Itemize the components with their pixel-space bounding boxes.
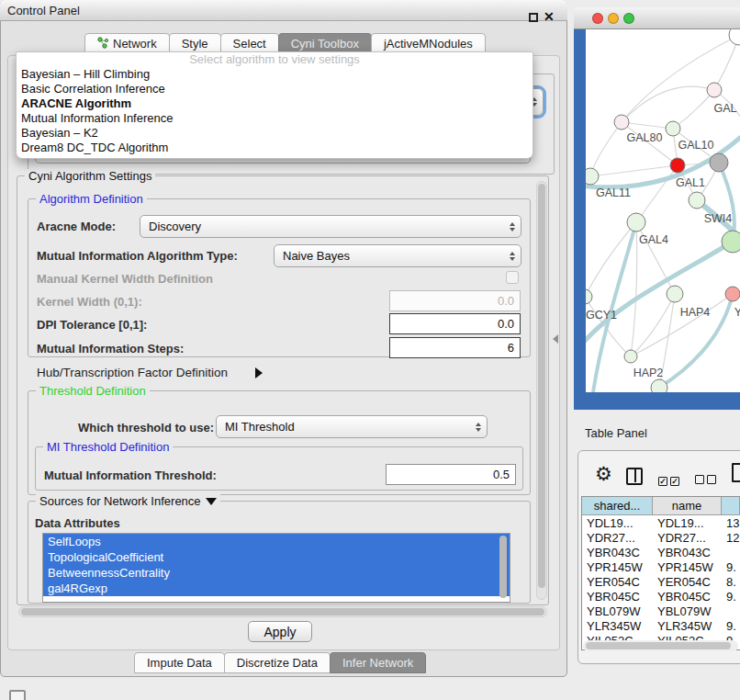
mi-threshold-label: Mutual Information Threshold:	[44, 469, 217, 482]
bottom-tab-bar: Impute DataDiscretize DataInfer Network	[134, 652, 425, 673]
aracne-mode-label: Aracne Mode:	[37, 220, 116, 233]
expand-arrow-icon[interactable]	[255, 366, 263, 382]
aracne-mode-combo[interactable]: Discovery	[140, 215, 521, 238]
data-attribute-item-topologicalcoefficient[interactable]: TopologicalCoefficient	[43, 549, 510, 565]
network-node-gcy1[interactable]	[586, 289, 592, 304]
sources-title-text: Sources for Network Inference	[39, 494, 201, 508]
apply-button-label: Apply	[263, 625, 296, 639]
network-node-swi4[interactable]	[689, 192, 705, 209]
network-node-gal4[interactable]	[627, 213, 645, 231]
node-label-gal10: GAL10	[678, 139, 714, 152]
which-threshold-value: MI Threshold	[225, 420, 295, 434]
mi-type-combo[interactable]: Naive Bayes	[274, 244, 521, 267]
settings-scrollbar-thumb[interactable]	[538, 184, 545, 588]
aracne-mode-value: Discovery	[149, 220, 201, 233]
data-attribute-item-selfloops[interactable]: SelfLoops	[43, 534, 510, 549]
table-body: YDL19...YDL19...13YDR27...YDR27...12YBR0…	[582, 515, 740, 648]
algorithm-option-aracne-algorithm[interactable]: ARACNE Algorithm	[17, 96, 533, 111]
mi-steps-field[interactable]: 6	[389, 337, 521, 358]
float-icon[interactable]	[529, 13, 538, 22]
collapsed-panel-button[interactable]	[9, 690, 26, 700]
table-row[interactable]: YBR045CYBR045C9.	[582, 589, 740, 604]
splitter-handle-icon[interactable]	[553, 334, 558, 344]
spinner-icon	[510, 222, 515, 231]
close-icon[interactable]: ✕	[544, 9, 555, 24]
network-node-unlabeled[interactable]	[729, 29, 740, 45]
network-node-hap4[interactable]	[667, 286, 683, 302]
network-node-gal1[interactable]	[670, 158, 685, 173]
algorithm-option-bayesian-k2[interactable]: Bayesian – K2	[17, 126, 533, 141]
data-attributes-list[interactable]: SelfLoopsTopologicalCoefficientBetweenne…	[42, 533, 510, 603]
table-row[interactable]: YBL079WYBL079W	[582, 604, 740, 618]
network-node-gal[interactable]	[707, 83, 722, 97]
algorithm-option-bayesian-hill-climbing[interactable]: Bayesian – Hill Climbing	[17, 67, 533, 82]
checked-boxes-icon[interactable]: ✓✓	[658, 471, 682, 488]
node-label-gcy1: GCY1	[586, 309, 617, 322]
bottom-tab-discretize-data[interactable]: Discretize Data	[224, 652, 331, 673]
table-cell: 9.	[722, 559, 740, 574]
column-header-name[interactable]: name	[653, 497, 722, 515]
bottom-tab-impute-data[interactable]: Impute Data	[134, 652, 225, 673]
network-window-frame	[574, 29, 586, 392]
bottom-tab-impute-data-label: Impute Data	[147, 656, 212, 670]
network-node-y[interactable]	[725, 287, 740, 301]
table-cell: 12	[722, 530, 740, 545]
data-attribute-item-gal4rgexp[interactable]: gal4RGexp	[43, 581, 510, 596]
table-row[interactable]: YER054CYER054C8.	[582, 574, 740, 589]
apply-button[interactable]: Apply	[248, 621, 312, 642]
manual-kernel-checkbox[interactable]	[506, 271, 519, 284]
algorithm-option-mutual-information-inference[interactable]: Mutual Information Inference	[17, 111, 533, 126]
threshold-definition-title: Threshold Definition	[36, 384, 150, 398]
table-cell: YLR345W	[582, 618, 653, 633]
control-panel-title: Control Panel	[7, 4, 80, 17]
dpi-tolerance-field[interactable]: 0.0	[389, 313, 521, 334]
network-canvas[interactable]: GALGAL80GAL10GAL1GAL11SWI4GAL4GCY1HAP4YH…	[586, 29, 740, 392]
table-row[interactable]: YDL19...YDL19...13	[582, 515, 740, 530]
network-node-unlabeled[interactable]	[651, 379, 667, 392]
network-node-unlabeled[interactable]	[722, 231, 740, 253]
collapse-arrow-icon[interactable]	[206, 498, 217, 505]
zoom-button-mac[interactable]	[623, 13, 634, 24]
column-header-shared[interactable]: shared...	[582, 497, 653, 515]
kernel-width-label: Kernel Width (0,1):	[37, 295, 142, 309]
network-edge	[673, 90, 714, 129]
screen: Control Panel ✕ NetworkStyleSelectCyni T…	[0, 0, 740, 700]
split-columns-icon[interactable]	[626, 468, 643, 485]
unchecked-boxes-icon[interactable]	[695, 471, 719, 488]
node-table: shared...name YDL19...YDL19...13YDR27...…	[581, 496, 740, 650]
bottom-tab-infer-network[interactable]: Infer Network	[330, 652, 426, 673]
attributes-scrollbar-thumb[interactable]	[499, 536, 507, 598]
table-row[interactable]: YLR345WYLR345W9.	[582, 618, 740, 633]
file-icon[interactable]	[732, 463, 740, 482]
minimize-button-mac[interactable]	[608, 13, 619, 24]
table-header-row: shared...name	[582, 497, 740, 515]
gear-icon[interactable]: ⚙	[595, 465, 612, 483]
table-row[interactable]: YPR145WYPR145W9.	[582, 559, 740, 574]
bottom-tab-infer-network-label: Infer Network	[342, 656, 413, 670]
data-attribute-item-betweennesscentrality[interactable]: BetweennessCentrality	[43, 565, 510, 581]
table-hscrollbar-thumb[interactable]	[586, 642, 731, 649]
sources-title: Sources for Network Inference	[36, 494, 220, 508]
node-label-hap4: HAP4	[680, 306, 711, 319]
which-threshold-combo[interactable]: MI Threshold	[216, 415, 488, 438]
table-row[interactable]: YBR043CYBR043C	[582, 545, 740, 559]
network-node-gal10[interactable]	[666, 121, 680, 136]
algorithm-option-basic-correlation-inference[interactable]: Basic Correlation Inference	[17, 82, 533, 96]
network-node-unlabeled[interactable]	[710, 153, 728, 172]
column-header-col[interactable]	[722, 497, 740, 515]
table-cell	[722, 604, 740, 618]
network-node-gal80[interactable]	[614, 115, 629, 130]
network-window-titlebar[interactable]	[574, 7, 740, 29]
kernel-width-field[interactable]: 0.0	[389, 290, 521, 311]
control-panel-titlebar[interactable]: Control Panel	[0, 0, 567, 21]
tab-jactivemnodules-label: jActiveMNodules	[384, 37, 473, 51]
algorithm-option-dream8-dc-tdc-algorithm[interactable]: Dream8 DC_TDC Algorithm	[17, 141, 533, 155]
node-label-swi4: SWI4	[704, 212, 733, 225]
close-button-mac[interactable]	[592, 13, 603, 24]
network-node-hap2[interactable]	[624, 350, 637, 363]
tab-network-label: Network	[113, 37, 157, 51]
network-node-gal11[interactable]	[586, 168, 599, 185]
settings-hscrollbar-thumb[interactable]	[21, 608, 544, 615]
table-row[interactable]: YDR27...YDR27...12	[582, 530, 740, 545]
mi-threshold-field[interactable]: 0.5	[386, 464, 516, 485]
